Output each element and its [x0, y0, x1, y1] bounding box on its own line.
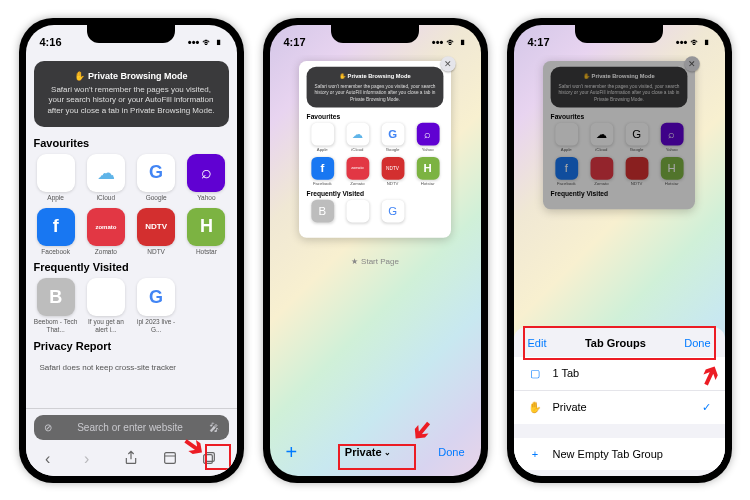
thumb-banner: ✋ Private Browsing Mode Safari won't rem… — [307, 66, 444, 107]
fav-row-1: Apple ☁︎iCloud GGoogle ⌕Yahoo — [34, 154, 229, 202]
start-page-label: ★Start Page — [278, 247, 473, 276]
done-button[interactable]: Done — [438, 446, 464, 458]
forward-icon[interactable]: › — [84, 450, 100, 466]
banner-title: ✋ Private Browsing Mode — [46, 71, 217, 81]
status-indicators: ••• ᯤ ▮ — [432, 36, 467, 48]
screen-3: 4:17 ••• ᯤ ▮ ✕ ✋ Private Browsing ModeSa… — [514, 25, 725, 476]
fav-facebook[interactable]: fFacebook — [34, 208, 78, 256]
fav-hotstar[interactable]: HHotstar — [184, 208, 228, 256]
tab-group-private[interactable]: ✋ Private ✓ — [514, 391, 725, 424]
favourites-heading: Favourites — [34, 137, 229, 149]
status-indicators: ••• ᯤ ▮ — [676, 36, 711, 48]
fav-row-2: fFacebook zomatoZomato NDTVNDTV HHotstar — [34, 208, 229, 256]
fav-apple[interactable]: Apple — [34, 154, 78, 202]
fav-yahoo[interactable]: ⌕Yahoo — [184, 154, 228, 202]
highlight-1tab-row — [523, 326, 716, 360]
phone-3: 4:17 ••• ᯤ ▮ ✕ ✋ Private Browsing ModeSa… — [507, 18, 732, 483]
status-time: 4:17 — [528, 36, 550, 48]
fav-ndtv[interactable]: NDTVNDTV — [134, 208, 178, 256]
private-hand-icon: ✋ — [528, 401, 543, 414]
search-placeholder: Search or enter website — [58, 422, 203, 433]
highlight-private-selector — [338, 444, 416, 470]
new-tab-group[interactable]: + New Empty Tab Group — [514, 438, 725, 470]
share-icon[interactable] — [123, 450, 139, 466]
plus-icon: + — [528, 448, 543, 460]
screen-2: 4:17 ••• ᯤ ▮ ✕ ✋ Private Browsing Mode S… — [270, 25, 481, 476]
fav-icloud[interactable]: ☁︎iCloud — [84, 154, 128, 202]
fav-zomato[interactable]: zomatoZomato — [84, 208, 128, 256]
privacy-heading: Privacy Report — [34, 340, 229, 352]
banner-desc: Safari won't remember the pages you visi… — [46, 85, 217, 117]
tabs-square-icon: ▢ — [528, 367, 543, 380]
private-banner: ✋ Private Browsing Mode Safari won't rem… — [34, 61, 229, 127]
start-page: ✋ Private Browsing Mode Safari won't rem… — [26, 55, 237, 408]
checkmark-icon: ✓ — [702, 401, 711, 414]
freq-apple-alert[interactable]: If you get an alert i... — [84, 278, 128, 334]
highlight-tabs-button — [205, 444, 231, 470]
status-indicators: ••• ᯤ ▮ — [188, 36, 223, 48]
phone-1: 4:16 ••• ᯤ ▮ ✋ Private Browsing Mode Saf… — [19, 18, 244, 483]
status-time: 4:17 — [284, 36, 306, 48]
phone-2: 4:17 ••• ᯤ ▮ ✕ ✋ Private Browsing Mode S… — [263, 18, 488, 483]
status-bar: 4:17 ••• ᯤ ▮ — [270, 25, 481, 55]
fav-google[interactable]: GGoogle — [134, 154, 178, 202]
status-bar: 4:17 ••• ᯤ ▮ — [514, 25, 725, 55]
back-icon[interactable]: ‹ — [45, 450, 61, 466]
new-tab-button[interactable]: + — [286, 441, 298, 464]
status-time: 4:16 — [40, 36, 62, 48]
freq-beebom[interactable]: BBeebom - Tech That... — [34, 278, 78, 334]
screen-1: 4:16 ••• ᯤ ▮ ✋ Private Browsing Mode Saf… — [26, 25, 237, 476]
privacy-shield-icon: ⊘ — [44, 422, 52, 433]
privacy-text: Safari does not keep cross-site tracker — [34, 357, 229, 378]
status-bar: 4:16 ••• ᯤ ▮ — [26, 25, 237, 55]
tab-thumbnail[interactable]: ✕ ✋ Private Browsing Mode Safari won't r… — [299, 61, 451, 238]
svg-rect-0 — [165, 452, 176, 463]
frequently-heading: Frequently Visited — [34, 261, 229, 273]
freq-row: BBeebom - Tech That... If you get an ale… — [34, 278, 229, 334]
star-icon: ★ — [351, 257, 358, 266]
close-tab-icon[interactable]: ✕ — [441, 56, 456, 71]
tab-switcher: ✕ ✋ Private Browsing Mode Safari won't r… — [270, 55, 481, 431]
mic-icon[interactable]: 🎤︎ — [209, 422, 219, 433]
freq-ipl[interactable]: Gipl 2023 live - G... — [134, 278, 178, 334]
